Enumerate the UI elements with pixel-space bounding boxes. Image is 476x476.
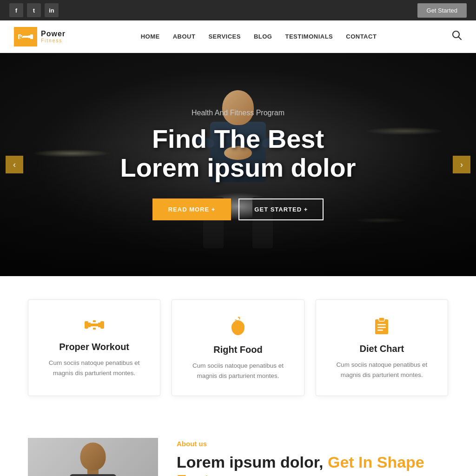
logo-brand: Power [41,30,66,38]
social-icons: f t in [9,3,59,17]
about-label: About us [177,440,448,448]
svg-rect-20 [377,330,383,331]
card-diet-title: Diet Chart [329,344,435,354]
nav-home[interactable]: HOME [141,33,160,40]
nav-services[interactable]: SERVICES [208,33,241,40]
card-food-text: Cum sociis natoque penatibus et magnis d… [185,361,291,381]
food-icon [185,317,291,336]
card-workout-title: Proper Workout [41,342,147,352]
svg-rect-3 [28,35,30,38]
linkedin-icon[interactable]: in [45,3,59,17]
about-person [46,443,139,476]
svg-rect-19 [377,327,386,328]
nav-links: HOME ABOUT SERVICES BLOG TESTIMONIALS CO… [141,33,377,40]
svg-rect-8 [85,321,88,329]
svg-rect-18 [377,324,386,325]
nav-testimonials[interactable]: TESTIMONIALS [285,33,333,40]
nav-about[interactable]: ABOUT [173,33,196,40]
about-section: About us Lorem ipsum dolor, Get In Shape… [0,419,476,476]
nav-contact[interactable]: CONTACT [346,33,377,40]
get-started-hero-button[interactable]: GET STARTED + [238,198,324,220]
card-food: Right Food Cum sociis natoque penatibus … [172,299,304,396]
svg-rect-11 [98,323,100,327]
svg-rect-13 [93,320,96,322]
about-image [28,438,158,476]
navbar: K Power Fitness HOME ABOUT SERVICES BLOG… [0,20,476,53]
card-workout: Proper Workout Cum sociis natoque penati… [28,299,160,396]
hero-section: Health And Fitness Program Find The Best… [0,53,476,276]
svg-rect-4 [30,34,33,39]
logo[interactable]: K Power Fitness [14,27,66,46]
svg-line-7 [459,37,462,40]
facebook-icon[interactable]: f [9,3,23,17]
hero-title-line2: Lorem ipsum dolor [120,153,356,182]
hero-content: Health And Fitness Program Find The Best… [120,109,356,220]
svg-text:K: K [19,34,24,41]
card-diet: Diet Chart Cum sociis natoque penatibus … [316,299,448,396]
hero-title-line1: Find The Best [152,124,324,153]
card-food-title: Right Food [185,344,291,355]
svg-rect-9 [88,323,91,327]
hero-title: Find The Best Lorem ipsum dolor [120,125,356,182]
about-torso [70,474,116,476]
hero-subtitle: Health And Fitness Program [120,109,356,117]
hero-next-arrow[interactable]: › [453,156,470,173]
about-heading-static: Lorem ipsum dolor, [177,453,323,471]
top-bar: f t in Get Started [0,0,476,20]
svg-rect-10 [91,324,98,326]
about-content: About us Lorem ipsum dolor, Get In Shape… [177,438,448,476]
card-workout-text: Cum sociis natoque penatibus et magnis d… [41,358,147,378]
logo-icon: K [14,27,37,46]
about-head [80,443,106,470]
nav-blog[interactable]: BLOG [254,33,272,40]
svg-rect-12 [100,321,104,329]
diet-icon [329,317,435,335]
search-icon[interactable] [452,30,462,43]
hero-prev-arrow[interactable]: ‹ [6,156,23,173]
logo-text: Power Fitness [41,30,66,43]
card-diet-text: Cum sociis natoque penatibus et magnis d… [329,360,435,380]
twitter-icon[interactable]: t [27,3,41,17]
cards-section: Proper Workout Cum sociis natoque penati… [0,276,476,419]
workout-icon [41,317,147,333]
about-heading: Lorem ipsum dolor, Get In Shape Faster [177,453,448,476]
logo-sub: Fitness [41,38,66,43]
top-get-started-button[interactable]: Get Started [417,3,467,18]
svg-rect-17 [379,317,384,321]
svg-rect-14 [93,328,96,330]
read-more-button[interactable]: READ MORE + [152,198,231,220]
hero-buttons: READ MORE + GET STARTED + [120,198,356,220]
